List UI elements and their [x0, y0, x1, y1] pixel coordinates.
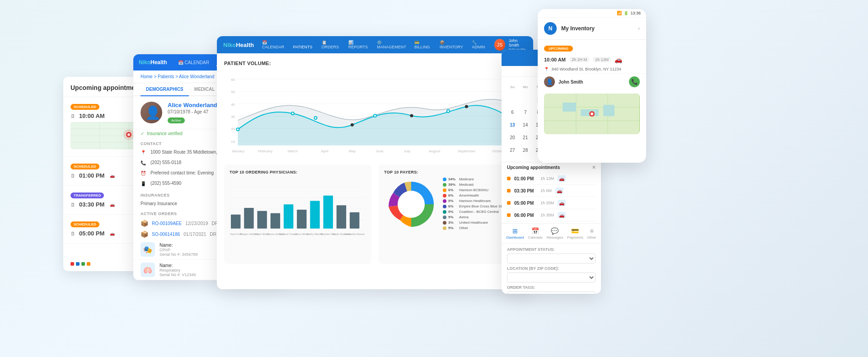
tab-medical[interactable]: MEDICAL — [189, 83, 221, 95]
footer-logo — [70, 262, 90, 266]
payers-chart-title: Top 10 Payers: — [384, 170, 521, 174]
svg-rect-53 — [284, 204, 293, 229]
donut-svg — [384, 177, 438, 231]
svg-point-79 — [591, 113, 593, 115]
dash-nav-management[interactable]: ⚙️ MANAGEMENT — [377, 40, 409, 49]
cal-header-mo: Mo — [520, 81, 531, 92]
appt-time-4: 05:00 PM — [79, 230, 104, 237]
svg-text:10: 10 — [231, 140, 235, 144]
dash-nav: NikoHealth 📅 CALENDAR 👤 PATIENTS 📋 ORDER… — [217, 36, 533, 53]
mobile-patient-name: John Smith — [558, 80, 583, 85]
svg-rect-58 — [350, 212, 359, 229]
dash-nav-reports[interactable]: 📊 REPORTS — [348, 40, 372, 49]
status-time: 13:36 — [630, 11, 641, 15]
mobile-upcoming-badge: UPCOMING — [544, 46, 573, 52]
svg-text:January: January — [231, 149, 245, 153]
donut-wrapper: 34% Medicare 39% Medicaid 6% Hanison BCB… — [384, 177, 521, 249]
svg-rect-75 — [563, 103, 576, 112]
cal-day-6[interactable]: 6 — [507, 107, 518, 117]
right-appt-4: 06:00 PM 1h 35M 🚗 — [507, 209, 596, 221]
bottom-nav-dashboard[interactable]: ⊞ Dashboard — [506, 227, 524, 240]
cal-day-28[interactable]: 28 — [520, 145, 531, 155]
right-appt-dur-2: 1h 0M — [540, 188, 552, 193]
right-appt-dur-4: 1h 35M — [540, 213, 554, 217]
patient-volume-chart: 60 50 40 30 20 10 — [224, 70, 526, 161]
cal-day-7[interactable]: 7 — [520, 107, 531, 117]
nav-logo: NikoHealth — [139, 59, 167, 66]
svg-text:June: June — [375, 149, 384, 153]
nav-calendar[interactable]: 📅 CALENDAR — [178, 60, 209, 65]
cal-day-13[interactable]: 13 — [507, 119, 518, 130]
mobile-title: My Inventory — [561, 25, 595, 32]
svg-rect-77 — [603, 105, 615, 116]
bottom-nav-payments[interactable]: 💳 Payments — [567, 227, 583, 240]
svg-text:May: May — [349, 149, 356, 153]
svg-text:July: July — [404, 149, 411, 153]
order-tags-label: Order Tags: — [507, 285, 596, 290]
appt-status-label: Appointment Status: — [507, 247, 596, 252]
upcoming-toggle[interactable]: ✕ — [592, 165, 596, 170]
svg-text:40: 40 — [231, 103, 235, 107]
bottom-nav-messages[interactable]: 💬 Messages — [547, 227, 563, 240]
phone2-icon: 📱 — [141, 181, 147, 188]
svg-text:August: August — [429, 149, 441, 153]
location-select[interactable] — [507, 272, 596, 282]
cal-day-20[interactable]: 20 — [507, 132, 518, 143]
right-appt-dur-3: 1h 20M — [540, 201, 554, 205]
svg-text:Samantha Munez: Samantha Munez — [344, 233, 365, 235]
other-icon: ≡ — [590, 227, 593, 235]
mobile-call-button[interactable]: 📞 — [629, 76, 640, 87]
svg-rect-54 — [297, 210, 306, 229]
inv-serial-1: Serial No #: 3456789 — [160, 252, 198, 257]
svg-rect-51 — [257, 211, 267, 229]
bottom-nav-calendar[interactable]: 📅 Calendar — [528, 227, 542, 240]
svg-text:20: 20 — [231, 127, 235, 131]
svg-text:February: February — [258, 149, 273, 153]
filter-sections: Appointment Status: Location (By Zip Cod… — [502, 243, 601, 294]
svg-rect-52 — [271, 213, 280, 229]
main-dashboard-card: NikoHealth 📅 CALENDAR 👤 PATIENTS 📋 ORDER… — [217, 36, 533, 289]
physicians-chart-title: Top 10 Ordering Physicians: — [230, 170, 366, 174]
appt-color-3 — [507, 201, 511, 205]
location-label: Location (By Zip Code): — [507, 266, 596, 271]
bottom-charts: Top 10 Ordering Physicians: — [224, 164, 526, 264]
dash-nav-patients[interactable]: 👤 PATIENTS — [293, 40, 316, 49]
line-chart-svg: 60 50 40 30 20 10 — [224, 70, 526, 161]
dash-nav-calendar[interactable]: 📅 CALENDAR — [262, 40, 288, 49]
appt-time-2: 01:00 PM — [79, 172, 104, 179]
mobile-patient-row: 👤 John Smith 📞 — [538, 73, 646, 90]
right-appt-3: 05:00 PM 1h 20M 🚗 — [507, 197, 596, 209]
mobile-duration1: 2h 2H M — [569, 57, 589, 62]
appt-icon-3: 🚗 — [558, 200, 566, 206]
order-tags-select[interactable] — [507, 291, 596, 294]
appt-badge-1: Scheduled — [70, 104, 99, 110]
cal-day-27[interactable]: 27 — [507, 145, 518, 155]
dash-user-avatar: JS — [494, 39, 505, 51]
cal-day-empty2[interactable] — [520, 94, 531, 105]
appt-status-select[interactable] — [507, 254, 596, 263]
cal-day-21[interactable]: 21 — [520, 132, 531, 143]
right-appt-list: 01:00 PM 1h 12M 🚗 03:30 PM 1h 0M 🚗 05:00… — [502, 173, 601, 221]
pref-icon: ⏰ — [141, 171, 147, 177]
dash-nav-inventory[interactable]: 📦 INVENTORY — [440, 40, 467, 49]
bottom-nav-other[interactable]: ≡ Other — [587, 227, 596, 240]
svg-rect-49 — [231, 215, 240, 229]
svg-point-28 — [447, 110, 450, 113]
mobile-badge-row: UPCOMING — [538, 40, 646, 54]
mobile-header: N My Inventory › — [538, 18, 646, 40]
dash-nav-billing[interactable]: 💳 BILLING — [414, 40, 434, 49]
phone-icon: 📞 — [141, 160, 147, 167]
appt-color-2 — [507, 189, 511, 193]
tab-demographics[interactable]: DEMOGRAPHICS — [141, 83, 189, 96]
bottom-nav-bar: ⊞ Dashboard 📅 Calendar 💬 Messages 💳 Paym… — [502, 223, 601, 243]
mobile-map-svg — [544, 94, 640, 134]
dash-body: Patient Volume: 60 50 40 30 20 10 — [217, 53, 533, 289]
cal-day-14[interactable]: 14 — [520, 119, 531, 130]
appt-icon-2: 🚗 — [555, 188, 563, 194]
dash-nav-admin[interactable]: 🔧 ADMIN — [472, 40, 489, 49]
mobile-map — [544, 94, 640, 134]
dash-nav-orders[interactable]: 📋 ORDERS — [322, 40, 343, 49]
mobile-appt-time: 10:00 AM — [544, 57, 566, 62]
cal-day-empty1[interactable] — [507, 94, 518, 105]
dashboard-icon: ⊞ — [512, 227, 518, 235]
